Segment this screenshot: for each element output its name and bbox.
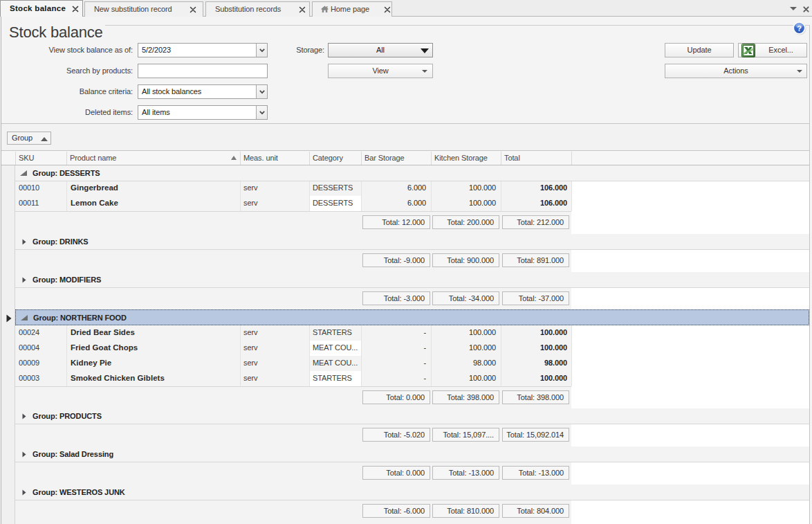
svg-text:?: ? xyxy=(797,24,802,33)
